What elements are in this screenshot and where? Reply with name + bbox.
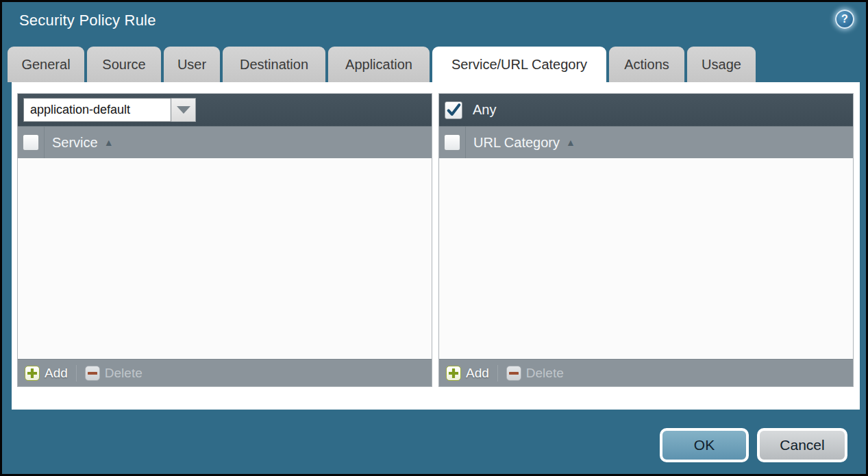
plus-icon <box>25 366 40 381</box>
page-title: Security Policy Rule <box>19 12 156 29</box>
delete-button-label: Delete <box>526 366 564 381</box>
security-policy-rule-dialog: Security Policy Rule ? General Source Us… <box>0 0 868 476</box>
sort-ascending-icon: ▲ <box>566 137 575 148</box>
tab-usage[interactable]: Usage <box>687 47 756 82</box>
any-label: Any <box>473 102 496 118</box>
service-table-header: Service ▲ <box>18 126 432 158</box>
chevron-down-icon <box>177 106 190 114</box>
tab-label: Actions <box>624 57 669 73</box>
any-checkbox[interactable] <box>445 101 462 119</box>
service-add-button[interactable]: Add <box>25 366 68 381</box>
tab-destination[interactable]: Destination <box>223 47 325 82</box>
ok-button[interactable]: OK <box>660 428 749 462</box>
cancel-button-label: Cancel <box>780 437 824 453</box>
tab-user[interactable]: User <box>164 47 220 82</box>
tab-label: Usage <box>702 57 741 73</box>
service-table-body <box>18 158 432 359</box>
plus-icon <box>446 366 461 381</box>
cancel-button[interactable]: Cancel <box>757 428 847 462</box>
url-category-select-all-checkbox[interactable] <box>444 134 460 151</box>
url-category-panel: Any URL Category ▲ <box>438 93 854 387</box>
url-category-delete-button[interactable]: Delete <box>506 366 564 381</box>
url-category-footer: Add Delete <box>439 359 853 386</box>
url-category-add-button[interactable]: Add <box>446 366 489 381</box>
ok-button-label: OK <box>694 437 715 453</box>
tab-label: User <box>177 57 206 73</box>
add-button-label: Add <box>45 366 68 381</box>
service-select-all-checkbox[interactable] <box>23 134 39 151</box>
service-column-label: Service <box>52 135 98 151</box>
help-glyph: ? <box>841 13 848 25</box>
tab-service-url-category[interactable]: Service/URL Category <box>432 47 606 82</box>
tab-label: Application <box>345 57 412 73</box>
service-delete-button[interactable]: Delete <box>85 366 142 381</box>
url-category-toolbar: Any <box>439 94 853 126</box>
url-category-table-header: URL Category ▲ <box>439 126 853 158</box>
tab-label: Service/URL Category <box>451 57 587 73</box>
service-toolbar: application-default <box>18 94 432 126</box>
footer-divider <box>76 365 77 381</box>
service-footer: Add Delete <box>18 359 432 386</box>
footer-divider <box>497 365 498 381</box>
service-type-dropdown-value[interactable]: application-default <box>23 98 171 122</box>
service-panel: application-default Service ▲ <box>17 93 432 387</box>
add-button-label: Add <box>466 366 489 381</box>
tab-source[interactable]: Source <box>87 47 161 82</box>
sort-ascending-icon: ▲ <box>104 137 114 148</box>
tab-label: Destination <box>240 57 308 73</box>
service-type-dropdown: application-default <box>23 98 196 122</box>
url-category-table-body <box>439 158 853 359</box>
tab-application[interactable]: Application <box>328 47 430 82</box>
url-category-column-label: URL Category <box>473 135 560 151</box>
service-checkbox-column <box>18 127 45 158</box>
minus-icon <box>506 366 521 381</box>
tab-label: Source <box>102 57 145 73</box>
tab-bar: General Source User Destination Applicat… <box>8 47 756 82</box>
service-column-header[interactable]: Service ▲ <box>52 135 114 151</box>
minus-icon <box>85 366 100 381</box>
checkmark-icon <box>446 103 461 118</box>
tab-content-panel: application-default Service ▲ <box>12 82 860 410</box>
tab-general[interactable]: General <box>8 47 84 82</box>
tab-actions[interactable]: Actions <box>609 47 684 82</box>
delete-button-label: Delete <box>105 366 142 381</box>
tab-label: General <box>21 57 70 73</box>
service-type-dropdown-arrow-button[interactable] <box>171 98 196 122</box>
help-icon[interactable]: ? <box>835 10 854 29</box>
url-category-column-header[interactable]: URL Category ▲ <box>473 135 575 151</box>
url-category-checkbox-column <box>439 127 466 158</box>
